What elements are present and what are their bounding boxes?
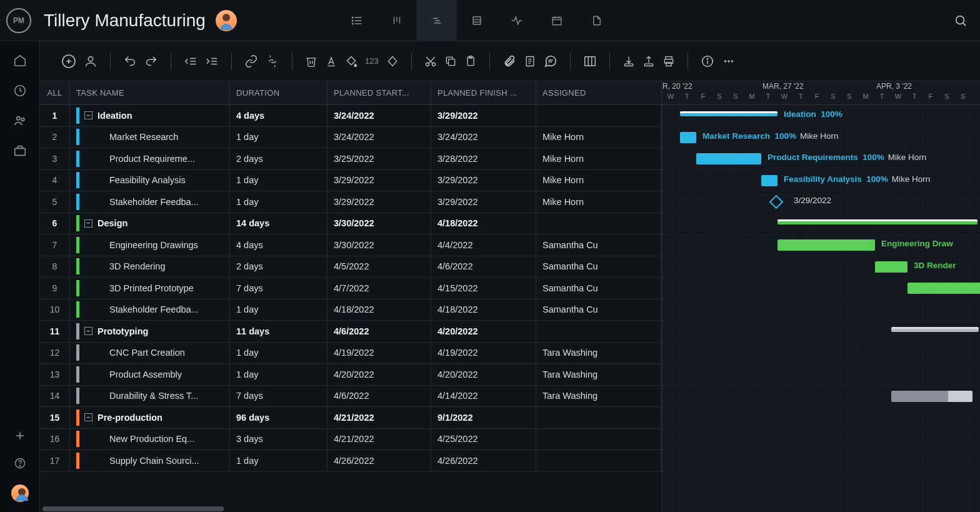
task-name-cell[interactable]: Product Assembly [70,364,230,385]
finish-cell[interactable]: 4/26/2022 [431,450,536,471]
duration-cell[interactable]: 4 days [230,105,328,126]
start-cell[interactable]: 3/24/2022 [328,127,431,148]
start-cell[interactable]: 4/19/2022 [328,343,431,364]
table-row[interactable]: 17 Supply Chain Sourci... 1 day 4/26/202… [40,450,662,472]
gantt-bar[interactable] [891,327,979,332]
text-color-icon[interactable] [325,55,338,68]
gantt-bar[interactable] [891,391,972,402]
finish-cell[interactable]: 4/6/2022 [431,256,536,278]
indent-icon[interactable] [205,54,219,68]
user-avatar[interactable] [11,484,29,502]
assigned-cell[interactable] [536,213,661,234]
start-cell[interactable]: 4/6/2022 [328,321,431,342]
finish-cell[interactable]: 3/28/2022 [431,148,536,169]
fill-icon[interactable] [345,55,358,68]
app-logo[interactable]: PM [6,8,31,33]
start-cell[interactable]: 4/26/2022 [328,450,431,471]
col-header-duration[interactable]: DURATION [230,81,328,104]
gantt-row[interactable]: 3/29/2022 [662,191,980,213]
gantt-bar[interactable] [778,219,978,224]
duration-cell[interactable]: 96 days [230,407,328,428]
team-icon[interactable] [13,114,27,128]
table-row[interactable]: 12 CNC Part Creation 1 day 4/19/2022 4/1… [40,343,662,364]
table-row[interactable]: 10 Stakeholder Feedba... 1 day 4/18/2022… [40,299,662,321]
task-name-cell[interactable]: Engineering Drawings [70,234,230,256]
finish-cell[interactable]: 4/20/2022 [431,364,536,385]
task-name-cell[interactable]: −Pre-production [70,407,230,428]
table-row[interactable]: 3 Product Requireme... 2 days 3/25/2022 … [40,148,662,170]
duration-cell[interactable]: 7 days [230,278,328,299]
finish-cell[interactable]: 3/29/2022 [431,191,536,213]
redo-icon[interactable] [144,54,158,68]
table-row[interactable]: 1 −Ideation 4 days 3/24/2022 3/29/2022 [40,105,662,127]
finish-cell[interactable]: 4/20/2022 [431,321,536,342]
finish-cell[interactable]: 4/18/2022 [431,299,536,321]
task-name-cell[interactable]: Feasibility Analysis [70,170,230,191]
table-row[interactable]: 15 −Pre-production 96 days 4/21/2022 9/1… [40,407,662,429]
finish-cell[interactable]: 4/25/2022 [431,429,536,450]
undo-icon[interactable] [123,54,137,68]
cut-icon[interactable] [424,55,437,68]
avatar[interactable] [216,10,237,31]
add-icon[interactable] [14,429,26,442]
finish-cell[interactable]: 4/4/2022 [431,234,536,256]
duration-cell[interactable]: 3 days [230,429,328,450]
gantt-row[interactable]: Engineering Draw [662,234,980,256]
gantt-row[interactable] [662,278,980,299]
gantt-row[interactable] [662,343,980,364]
col-header-finish[interactable]: PLANNED FINISH ... [431,81,536,104]
assigned-cell[interactable] [536,105,661,126]
task-name-cell[interactable]: −Ideation [70,105,230,126]
task-name-cell[interactable]: 3D Rendering [70,256,230,278]
gantt-bar[interactable] [696,153,761,164]
gantt-row[interactable]: Market Research 100%Mike Horn [662,127,980,149]
assigned-cell[interactable]: Tara Washing [536,364,661,385]
col-header-name[interactable]: TASK NAME [70,81,230,104]
assigned-cell[interactable]: Tara Washing [536,343,661,364]
columns-icon[interactable] [583,54,597,68]
duration-cell[interactable]: 1 day [230,364,328,385]
start-cell[interactable]: 3/30/2022 [328,234,431,256]
assigned-cell[interactable] [536,429,661,450]
export-icon[interactable] [642,55,655,68]
task-name-cell[interactable]: Market Research [70,127,230,148]
gantt-row[interactable]: 3D Render [662,256,980,278]
help-icon[interactable] [14,457,26,469]
task-name-cell[interactable]: Supply Chain Sourci... [70,450,230,471]
view-board-icon[interactable] [377,0,417,41]
gantt-row[interactable] [662,386,980,408]
table-row[interactable]: 11 −Prototyping 11 days 4/6/2022 4/20/20… [40,321,662,343]
info-icon[interactable] [701,54,714,68]
gantt-bar[interactable] [778,239,875,251]
view-activity-icon[interactable] [497,0,537,41]
assigned-cell[interactable] [536,407,661,428]
duration-cell[interactable]: 1 day [230,450,328,471]
view-list-icon[interactable] [337,0,377,41]
duration-cell[interactable]: 14 days [230,213,328,234]
assigned-cell[interactable]: Mike Horn [536,148,661,169]
table-row[interactable]: 4 Feasibility Analysis 1 day 3/29/2022 3… [40,170,662,192]
duration-cell[interactable]: 1 day [230,191,328,213]
task-name-cell[interactable]: Durability & Stress T... [70,386,230,407]
assigned-cell[interactable]: Samantha Cu [536,256,661,278]
col-header-start[interactable]: PLANNED START... [328,81,431,104]
gantt-row[interactable] [662,213,980,235]
task-name-cell[interactable]: New Production Eq... [70,429,230,450]
attachment-icon[interactable] [502,54,516,68]
finish-cell[interactable]: 3/24/2022 [431,127,536,148]
gantt-row[interactable] [662,299,980,321]
copy-icon[interactable] [444,55,457,68]
clock-icon[interactable] [13,84,27,98]
assigned-cell[interactable] [536,450,661,471]
start-cell[interactable]: 4/20/2022 [328,364,431,385]
task-name-cell[interactable]: CNC Part Creation [70,343,230,364]
assigned-cell[interactable]: Tara Washing [536,386,661,407]
task-name-cell[interactable]: −Design [70,213,230,234]
table-row[interactable]: 2 Market Research 1 day 3/24/2022 3/24/2… [40,127,662,149]
search-icon[interactable] [954,14,968,28]
view-sheet-icon[interactable] [457,0,497,41]
paste-icon[interactable] [464,55,477,68]
start-cell[interactable]: 4/18/2022 [328,299,431,321]
gantt-row[interactable] [662,321,980,343]
start-cell[interactable]: 4/7/2022 [328,278,431,299]
